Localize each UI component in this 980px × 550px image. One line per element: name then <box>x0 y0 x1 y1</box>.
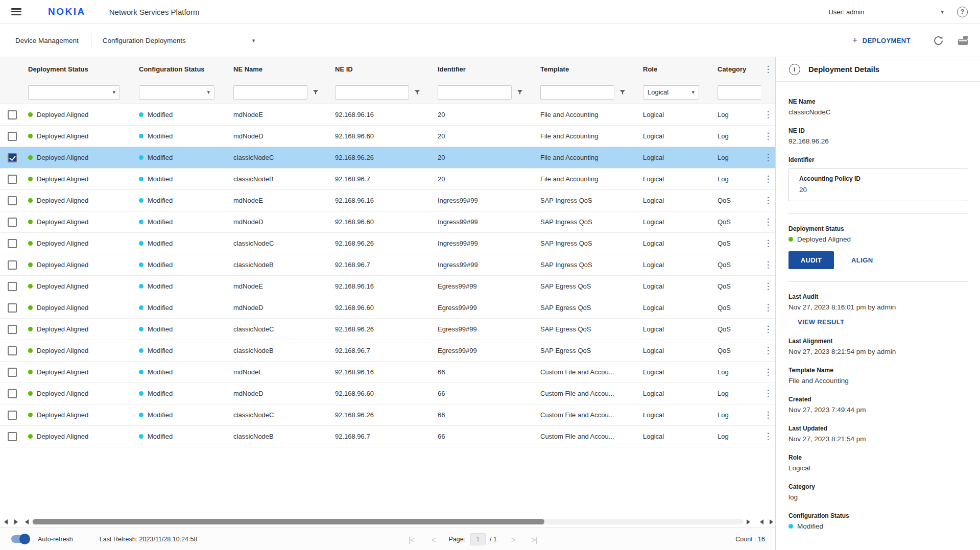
row-checkbox[interactable] <box>8 239 17 248</box>
column-settings-kebab-icon[interactable]: ⋮ <box>761 65 775 74</box>
column-header-identifier[interactable]: Identifier <box>438 65 540 73</box>
column-header-template[interactable]: Template <box>540 65 643 73</box>
column-header-ne-name[interactable]: NE Name <box>233 65 335 73</box>
auto-refresh-toggle[interactable] <box>11 535 30 543</box>
green-status-dot-icon <box>28 305 33 310</box>
filter-template-input[interactable] <box>540 85 614 100</box>
row-actions-kebab-icon[interactable]: ⋮ <box>761 303 775 312</box>
row-checkbox[interactable] <box>8 110 17 119</box>
user-menu-label[interactable]: User: admin <box>828 8 864 16</box>
row-actions-kebab-icon[interactable]: ⋮ <box>761 346 775 355</box>
add-deployment-button[interactable]: + DEPLOYMENT <box>852 35 911 46</box>
page-number-input[interactable] <box>470 533 486 545</box>
table-row[interactable]: Deployed Aligned Modified classicNodeC 9… <box>0 147 775 169</box>
row-checkbox[interactable] <box>8 389 17 398</box>
table-row[interactable]: Deployed Aligned Modified mdNodeD 92.168… <box>0 126 775 147</box>
filter-funnel-icon[interactable] <box>619 89 626 96</box>
column-header-configuration-status[interactable]: Configuration Status <box>139 65 233 73</box>
help-icon[interactable]: ? <box>957 7 968 17</box>
view-result-link[interactable]: VIEW RESULT <box>798 318 844 326</box>
column-header-category[interactable]: Category <box>718 65 761 73</box>
table-row[interactable]: Deployed Aligned Modified mdNodeD 92.168… <box>0 383 775 404</box>
row-checkbox[interactable] <box>8 260 17 270</box>
filter-funnel-icon[interactable] <box>516 89 523 96</box>
next-page-icon[interactable]: > <box>511 535 515 544</box>
previous-page-icon[interactable]: < <box>432 535 436 544</box>
row-checkbox[interactable] <box>8 175 17 184</box>
table-row[interactable]: Deployed Aligned Modified classicNodeC 9… <box>0 233 775 254</box>
row-actions-kebab-icon[interactable]: ⋮ <box>761 175 775 183</box>
row-actions-kebab-icon[interactable]: ⋮ <box>761 260 775 269</box>
view-selector-dropdown[interactable]: Configuration Deployments ▾ <box>103 37 255 44</box>
row-checkbox[interactable] <box>8 432 17 441</box>
row-actions-kebab-icon[interactable]: ⋮ <box>761 132 775 140</box>
filter-identifier-input[interactable] <box>438 85 512 100</box>
table-row[interactable]: Deployed Aligned Modified classicNodeC 9… <box>0 319 775 340</box>
table-row[interactable]: Deployed Aligned Modified mdNodeE 92.168… <box>0 276 775 297</box>
table-row[interactable]: Deployed Aligned Modified classicNodeB 9… <box>0 254 775 276</box>
first-page-icon[interactable]: |< <box>409 535 414 544</box>
scroll-left-icon[interactable] <box>760 519 763 524</box>
cell-template: SAP Egress QoS <box>540 325 643 333</box>
row-checkbox[interactable] <box>8 218 17 227</box>
last-updated-value: Nov 27, 2023 8:21:54 pm <box>788 435 968 443</box>
cell-identifier: 66 <box>438 433 540 440</box>
filter-funnel-icon[interactable] <box>312 89 319 96</box>
row-checkbox[interactable] <box>8 411 17 420</box>
column-header-ne-id[interactable]: NE ID <box>335 65 438 73</box>
hamburger-menu-icon[interactable] <box>11 8 21 15</box>
filter-deployment-status-select[interactable]: ▾ <box>28 85 120 100</box>
green-status-dot-icon <box>788 237 793 242</box>
table-row[interactable]: Deployed Aligned Modified classicNodeB 9… <box>0 340 775 362</box>
row-actions-kebab-icon[interactable]: ⋮ <box>761 239 775 248</box>
user-menu-chevron-down-icon[interactable]: ▾ <box>941 9 944 15</box>
scrollbar-left-arrow-icon[interactable] <box>25 519 29 524</box>
row-actions-kebab-icon[interactable]: ⋮ <box>761 411 775 419</box>
table-row[interactable]: Deployed Aligned Modified classicNodeB 9… <box>0 169 775 190</box>
last-page-icon[interactable]: >| <box>532 535 537 544</box>
row-actions-kebab-icon[interactable]: ⋮ <box>761 325 775 333</box>
scrollbar-right-arrow-icon[interactable] <box>747 519 750 524</box>
refresh-icon[interactable] <box>933 35 944 46</box>
row-checkbox[interactable] <box>8 303 17 313</box>
scroll-right-icon[interactable] <box>770 519 773 524</box>
align-button[interactable]: ALIGN <box>851 256 873 264</box>
row-actions-kebab-icon[interactable]: ⋮ <box>761 389 775 398</box>
filter-configuration-status-select[interactable]: ▾ <box>139 85 214 100</box>
table-row[interactable]: Deployed Aligned Modified classicNodeC 9… <box>0 404 775 426</box>
row-checkbox[interactable] <box>8 282 17 291</box>
filter-ne-name-input[interactable] <box>233 85 307 100</box>
category-label: Category <box>788 483 968 490</box>
row-checkbox[interactable] <box>8 153 17 162</box>
row-checkbox[interactable] <box>8 325 17 334</box>
scroll-left-icon[interactable] <box>4 519 8 524</box>
filter-category-input[interactable] <box>718 85 761 100</box>
filter-funnel-icon[interactable] <box>414 89 421 96</box>
row-checkbox[interactable] <box>8 346 17 355</box>
column-header-role[interactable]: Role <box>643 65 718 73</box>
table-row[interactable]: Deployed Aligned Modified mdNodeE 92.168… <box>0 362 775 383</box>
table-row[interactable]: Deployed Aligned Modified mdNodeE 92.168… <box>0 104 775 126</box>
row-actions-kebab-icon[interactable]: ⋮ <box>761 196 775 205</box>
row-checkbox[interactable] <box>8 132 17 141</box>
table-settings-icon[interactable] <box>958 36 968 45</box>
row-actions-kebab-icon[interactable]: ⋮ <box>761 110 775 119</box>
table-row[interactable]: Deployed Aligned Modified classicNodeB 9… <box>0 426 775 447</box>
filter-ne-id-input[interactable] <box>335 85 409 100</box>
row-checkbox[interactable] <box>8 368 17 377</box>
cell-deployment-status: Deployed Aligned <box>28 411 139 419</box>
table-row[interactable]: Deployed Aligned Modified mdNodeD 92.168… <box>0 297 775 319</box>
table-row[interactable]: Deployed Aligned Modified mdNodeE 92.168… <box>0 190 775 211</box>
audit-button[interactable]: AUDIT <box>788 251 834 269</box>
table-row[interactable]: Deployed Aligned Modified mdNodeD 92.168… <box>0 211 775 233</box>
scrollbar-thumb[interactable] <box>33 519 544 524</box>
row-actions-kebab-icon[interactable]: ⋮ <box>761 282 775 291</box>
filter-role-select[interactable]: Logical▾ <box>643 85 699 100</box>
row-actions-kebab-icon[interactable]: ⋮ <box>761 368 775 376</box>
row-checkbox[interactable] <box>8 196 17 205</box>
row-actions-kebab-icon[interactable]: ⋮ <box>761 432 775 441</box>
scroll-right-icon[interactable] <box>14 519 18 524</box>
row-actions-kebab-icon[interactable]: ⋮ <box>761 218 775 226</box>
row-actions-kebab-icon[interactable]: ⋮ <box>761 153 775 162</box>
column-header-deployment-status[interactable]: Deployment Status <box>28 65 139 73</box>
